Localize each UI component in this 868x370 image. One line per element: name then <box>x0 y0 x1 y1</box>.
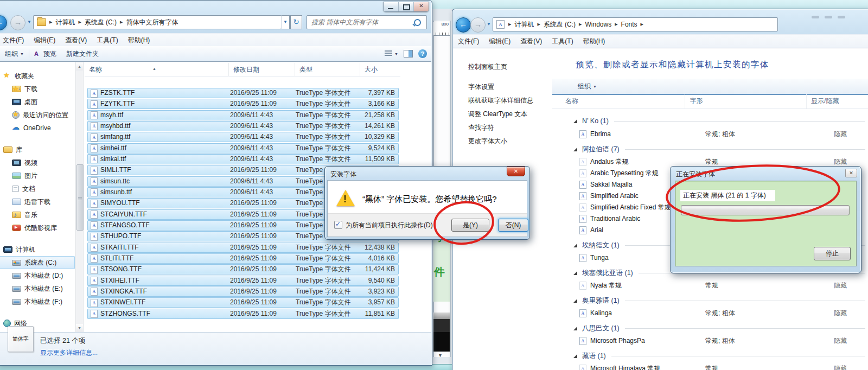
sidebar-item[interactable]: 音乐 <box>0 208 75 221</box>
list-item[interactable]: 八思巴文 (1) A <box>552 319 868 335</box>
scroll-up-icon[interactable]: ▲ <box>76 62 83 71</box>
minimize-button[interactable] <box>384 2 399 11</box>
breadcrumb-item[interactable]: Windows <box>583 21 614 28</box>
sidebar-section[interactable]: 库 <box>0 143 75 156</box>
group-expanded-icon[interactable] <box>573 299 577 303</box>
address-bar[interactable]: A ▶ 计算机 ▶ 系统盘 (C:) ▶ Windows ▶ Fonts ▶ <box>493 17 778 31</box>
list-item[interactable]: 藏语 (1) A <box>552 347 868 363</box>
sidebar-item[interactable]: 桌面 <box>0 95 75 109</box>
back-button[interactable]: ← <box>456 17 471 33</box>
list-item[interactable]: A Microsoft Himalaya 常规 常规 隐藏 <box>552 363 868 370</box>
sidebar-item[interactable]: 本地磁盘 (D:) <box>0 269 75 282</box>
close-icon[interactable]: ✕ <box>507 167 525 176</box>
group-expanded-icon[interactable] <box>573 327 577 330</box>
apply-to-all-checkbox[interactable] <box>334 221 342 229</box>
group-expanded-icon[interactable] <box>573 148 577 151</box>
column-header-type[interactable]: 类型 <box>295 63 360 76</box>
address-bar[interactable]: ▶ 计算机 ▶ 系统盘 (C:) ▶ 简体中文所有字体 <box>33 15 282 29</box>
list-item[interactable]: 奥里雅语 (1) A <box>552 291 868 308</box>
table-row[interactable]: A STKAITI.TTF 2016/9/25 11:09 TrueType 字… <box>87 243 399 253</box>
menu-item[interactable]: 编辑(E) <box>484 37 515 46</box>
table-row[interactable]: A simhei.ttf 2009/6/11 4:43 TrueType 字体文… <box>87 143 399 154</box>
no-button[interactable]: 否(N) <box>498 219 528 232</box>
table-row[interactable]: A FZYTK.TTF 2016/9/25 11:09 TrueType 字体文… <box>87 99 399 109</box>
address-dropdown-button[interactable]: ▼ <box>281 15 290 29</box>
forward-button[interactable]: → <box>10 15 25 30</box>
search-box[interactable] <box>307 15 427 29</box>
list-item[interactable]: A Nyala 常规 常规 隐藏 <box>552 280 868 291</box>
search-icon[interactable] <box>414 19 421 26</box>
task-link[interactable]: 更改字体大小 <box>468 137 507 146</box>
table-row[interactable]: A simfang.ttf 2009/6/11 4:43 TrueType 字体… <box>87 132 399 142</box>
menu-item[interactable]: 帮助(H) <box>123 36 155 45</box>
group-expanded-icon[interactable] <box>573 244 577 247</box>
group-expanded-icon[interactable] <box>573 354 577 358</box>
table-row[interactable]: A simkai.ttf 2009/6/11 4:43 TrueType 字体文… <box>87 154 399 164</box>
table-row[interactable]: A msyh.ttf 2009/6/11 4:43 TrueType 字体文件 … <box>87 110 399 120</box>
list-item[interactable]: N’ Ko (1) A <box>552 112 868 129</box>
breadcrumb-item[interactable]: 简体中文所有字体 <box>124 18 181 27</box>
recent-pages-dropdown[interactable]: ▼ <box>487 22 491 27</box>
task-link[interactable]: 调整 ClearType 文本 <box>468 110 527 119</box>
list-item[interactable]: 阿拉伯语 (7) A <box>552 140 868 156</box>
change-view-button[interactable]: ▼ <box>382 50 401 57</box>
scroll-down-icon[interactable]: ▼ <box>76 324 83 332</box>
menu-item[interactable]: 查看(V) <box>515 37 547 46</box>
column-header-name[interactable]: 名称 ▲ <box>85 63 229 76</box>
menu-item[interactable]: 文件(F) <box>0 36 29 45</box>
group-expanded-icon[interactable] <box>573 119 577 123</box>
preview-pane-button[interactable] <box>401 50 416 58</box>
breadcrumb-item[interactable]: Fonts <box>619 21 640 28</box>
table-row[interactable]: A STZHONGS.TTF 2016/9/25 11:09 TrueType … <box>87 309 399 319</box>
menu-item[interactable]: 工具(T) <box>547 37 578 46</box>
show-more-details-link[interactable]: 显示更多详细信息... <box>40 348 98 358</box>
menu-item[interactable]: 文件(F) <box>453 37 484 46</box>
menu-item[interactable]: 查看(V) <box>60 36 92 45</box>
table-row[interactable]: A STXINWEI.TTF 2016/9/25 11:09 TrueType … <box>87 297 399 308</box>
new-folder-button[interactable]: 新建文件夹 <box>61 49 104 59</box>
breadcrumb-item[interactable]: 系统盘 (C:) <box>541 20 578 29</box>
search-input[interactable] <box>307 18 414 27</box>
sidebar-item[interactable]: OneDrive <box>0 122 75 135</box>
list-item[interactable]: A Ebrima 常规; 粗体 隐藏 <box>552 129 868 140</box>
sidebar-item[interactable]: 文档 <box>0 182 75 195</box>
organize-button[interactable]: 组织▼ <box>0 49 29 59</box>
sidebar-item[interactable]: 下载 <box>0 82 75 95</box>
table-row[interactable]: A STXINGKA.TTF 2016/9/25 11:09 TrueType … <box>87 286 399 297</box>
column-header-visibility[interactable]: 显示/隐藏 <box>807 94 868 109</box>
preview-button[interactable]: A 预览 <box>29 49 61 59</box>
column-header-name[interactable]: 名称 <box>552 94 685 109</box>
maximize-button[interactable] <box>399 2 414 11</box>
table-row[interactable]: A STSONG.TTF 2016/9/25 11:09 TrueType 字体… <box>87 264 399 275</box>
control-panel-home-link[interactable]: 控制面板主页 <box>468 62 507 72</box>
yes-button[interactable]: 是(Y) <box>451 219 489 232</box>
breadcrumb-item[interactable]: 系统盘 (C:) <box>82 18 119 27</box>
column-header-size[interactable]: 大小 <box>360 63 400 76</box>
sidebar-section[interactable]: 收藏夹 <box>0 69 75 82</box>
help-button[interactable]: ? <box>416 49 431 58</box>
table-row[interactable]: A msyhbd.ttf 2009/6/11 4:43 TrueType 字体文… <box>87 121 399 131</box>
tree-scrollbar[interactable]: ▲ ▼ <box>75 62 84 333</box>
table-row[interactable]: A STXIHEI.TTF 2016/9/25 11:09 TrueType 字… <box>87 276 399 286</box>
sidebar-item[interactable]: 图片 <box>0 169 75 182</box>
task-link[interactable]: 查找字符 <box>468 123 494 132</box>
group-expanded-icon[interactable] <box>573 271 577 275</box>
menu-item[interactable]: 工具(T) <box>92 36 123 45</box>
breadcrumb-item[interactable]: 计算机 <box>53 18 77 27</box>
sidebar-item[interactable]: 最近访问的位置 <box>0 109 75 122</box>
table-row[interactable]: A STLITI.TTF 2016/9/25 11:09 TrueType 字体… <box>87 253 399 264</box>
sidebar-item[interactable]: 本地磁盘 (E:) <box>0 282 75 295</box>
sidebar-item[interactable]: 迅雷下载 <box>0 195 75 208</box>
column-header-style[interactable]: 字形 <box>685 94 807 109</box>
back-button[interactable]: ← <box>0 15 7 30</box>
forward-button[interactable]: → <box>470 17 486 33</box>
task-link[interactable]: 联机获取字体详细信息 <box>468 96 533 105</box>
menu-item[interactable]: 编辑(E) <box>29 36 60 45</box>
task-link[interactable]: 字体设置 <box>468 82 494 92</box>
recent-pages-dropdown[interactable]: ▼ <box>27 20 31 24</box>
organize-button[interactable]: 组织▼ <box>573 82 602 91</box>
list-item[interactable]: A Kalinga 常规; 粗体 隐藏 <box>552 308 868 319</box>
sidebar-item[interactable]: 视频 <box>0 156 75 169</box>
close-icon[interactable]: ✕ <box>845 169 857 177</box>
sidebar-section[interactable]: 计算机 <box>0 243 75 256</box>
